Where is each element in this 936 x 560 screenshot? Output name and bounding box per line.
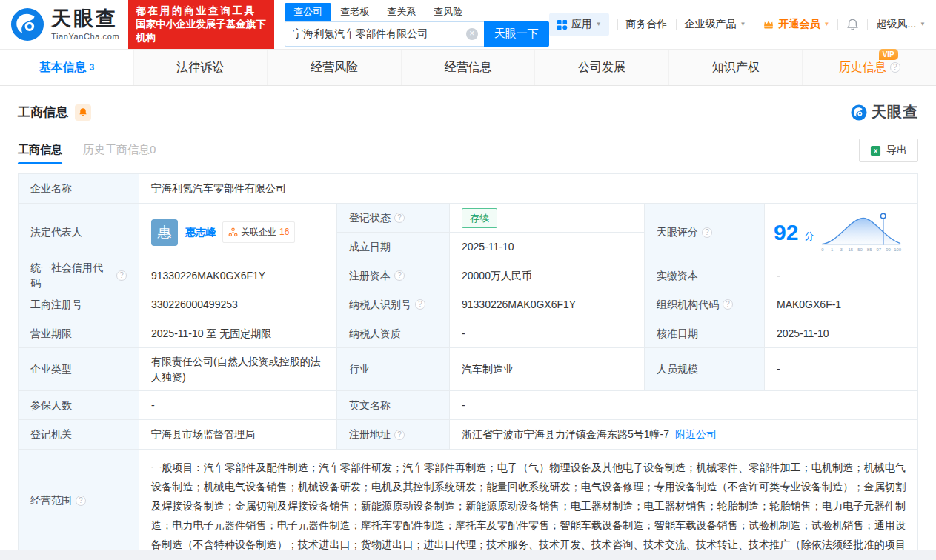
registration-status-value: 存续: [450, 204, 645, 233]
nav-super-risk-label: 超级风...: [876, 18, 916, 31]
field-label-taxpayer-quality: 纳税人资质: [337, 319, 450, 348]
label-text: 登记机关: [30, 427, 72, 442]
industry-text: 汽车制造业: [462, 361, 514, 377]
label-text: 经营范围: [30, 493, 72, 508]
tianyancha-watermark-icon: [851, 104, 867, 121]
company-name-value: 宁海利氪汽车零部件有限公司: [139, 174, 918, 204]
logo-title: 天眼查: [51, 9, 119, 29]
sub-tabs-row: 工商信息 历史工商信息0 X 导出: [18, 139, 918, 164]
industry-value: 汽车制造业: [450, 348, 645, 391]
tab-operation-risk[interactable]: 经营风险: [268, 50, 402, 85]
tianyancha-watermark: 天眼查: [851, 102, 918, 122]
score-axis-tick: 50: [858, 247, 863, 252]
related-companies-label: 关联企业: [241, 224, 276, 240]
label-text: 企业名称: [30, 181, 72, 196]
related-companies-count: 16: [279, 224, 289, 240]
field-label-company-type: 企业类型: [19, 348, 139, 391]
search-tab-boss[interactable]: 查老板: [331, 3, 378, 21]
tab-basic-info[interactable]: 基本信息 3: [0, 50, 134, 85]
nav-open-vip[interactable]: 开通会员 ▼: [763, 18, 829, 31]
label-text: 营业期限: [30, 326, 72, 341]
clear-search-icon[interactable]: ×: [466, 28, 478, 40]
field-label-industry: 行业: [337, 348, 450, 391]
help-icon[interactable]: ?: [702, 227, 712, 238]
label-text: 登记状态: [349, 210, 391, 226]
business-scope-value: 一般项目：汽车零部件及配件制造；汽车零部件研发；汽车零部件再制造；电子（气）物理…: [139, 450, 918, 550]
search-tabs: 查公司 查老板 查关系 查风险: [285, 3, 549, 21]
help-icon[interactable]: ?: [723, 299, 733, 310]
tab-history-info[interactable]: VIP 历史信息 ?: [803, 50, 936, 85]
tab-legal-proceedings[interactable]: 法律诉讼: [134, 50, 268, 85]
top-navigation: 应用 ▼ 商务合作 企业级产品 ▼ 开通会员 ▼: [549, 13, 926, 36]
nearby-companies-link[interactable]: 附近公司: [675, 427, 717, 442]
registered-capital-text: 20000万人民币: [462, 268, 532, 284]
tab-intellectual-property[interactable]: 知识产权: [669, 50, 803, 85]
search-input[interactable]: [285, 28, 460, 40]
subtab-business-info[interactable]: 工商信息: [18, 143, 62, 164]
nav-super-risk[interactable]: 超级风... ▼: [876, 18, 926, 31]
tianyan-score-cell: 92 分 0 1: [765, 204, 918, 261]
tab-operation-info[interactable]: 经营信息: [402, 50, 536, 85]
staff-size-text: -: [777, 361, 780, 377]
company-page-tabs: 基本信息 3 法律诉讼 经营风险 经营信息 公司发展 知识产权 VIP 历史信息…: [0, 49, 936, 86]
score-unit: 分: [804, 228, 814, 244]
help-icon[interactable]: ?: [116, 270, 127, 281]
search-tab-risk[interactable]: 查风险: [425, 3, 471, 21]
company-name-text: 宁海利氪汽车零部件有限公司: [151, 181, 286, 196]
tab-company-development[interactable]: 公司发展: [535, 50, 669, 85]
subscribe-alert-button[interactable]: [75, 104, 91, 121]
nav-divider: [754, 19, 754, 30]
tab-operation-label: 经营信息: [445, 60, 492, 76]
field-label-insured-count: 参保人数: [19, 391, 139, 420]
nav-apps[interactable]: 应用 ▼: [549, 13, 609, 36]
nav-cooperation[interactable]: 商务合作: [626, 18, 668, 31]
label-text: 成立日期: [349, 239, 391, 255]
site-header: 天眼查 TianYanCha.com 都在用的商业查询工具 国家中小企业发展子基…: [0, 0, 936, 49]
english-name-text: -: [462, 398, 465, 413]
help-icon[interactable]: ?: [415, 299, 425, 310]
export-button[interactable]: X 导出: [859, 139, 918, 162]
search-button[interactable]: 天眼一下: [484, 21, 549, 47]
label-text: 组织机构代码: [657, 297, 719, 313]
business-info-table: 企业名称 宁海利氪汽车零部件有限公司 法定代表人 惠 惠志峰: [18, 173, 918, 550]
help-icon[interactable]: ?: [890, 62, 900, 73]
label-text: 英文名称: [349, 398, 391, 413]
help-icon[interactable]: ?: [394, 270, 405, 281]
approval-date-value: 2025-11-10: [765, 319, 918, 348]
help-icon[interactable]: ?: [394, 430, 405, 440]
notifications-button[interactable]: [846, 19, 859, 31]
registration-authority-text: 宁海县市场监督管理局: [151, 427, 255, 442]
help-icon[interactable]: ?: [76, 496, 86, 506]
field-label-organization-code: 组织机构代码 ?: [645, 290, 765, 319]
nav-divider: [867, 19, 868, 30]
label-text: 纳税人识别号: [349, 297, 411, 313]
legal-representative-link[interactable]: 惠志峰: [185, 224, 216, 240]
credit-code-value: 91330226MAK0GX6F1Y: [139, 261, 337, 290]
label-text: 注册资本: [349, 268, 391, 284]
taxpayer-quality-value: -: [450, 319, 645, 348]
staff-size-value: -: [765, 348, 918, 391]
search-tab-company[interactable]: 查公司: [285, 3, 331, 21]
brand-slogan: 都在用的商业查询工具 国家中小企业发展子基金旗下机构: [128, 0, 274, 49]
chevron-down-icon: ▼: [823, 21, 829, 27]
tianyancha-logo[interactable]: 天眼查 TianYanCha.com: [10, 7, 119, 41]
status-badge: 存续: [462, 208, 497, 228]
score-axis-tick: 97: [877, 247, 882, 252]
label-text: 企业类型: [30, 361, 72, 377]
english-name-value: -: [450, 391, 918, 420]
watermark-text: 天眼查: [872, 102, 918, 122]
paid-capital-text: -: [777, 268, 780, 284]
organization-code-value: MAK0GX6F-1: [765, 290, 918, 319]
business-term-value: 2025-11-10 至 无固定期限: [139, 319, 337, 348]
label-text: 注册地址: [349, 427, 391, 442]
help-icon[interactable]: ?: [394, 213, 405, 223]
label-text: 统一社会信用代码: [30, 260, 113, 291]
subtab-history-business-info[interactable]: 历史工商信息0: [83, 143, 156, 164]
nav-apps-label: 应用: [571, 18, 592, 31]
search-tab-relation[interactable]: 查关系: [378, 3, 425, 21]
nav-enterprise-products[interactable]: 企业级产品 ▼: [685, 18, 746, 31]
related-companies-badge[interactable]: 关联企业 16: [222, 221, 295, 243]
company-type-value: 有限责任公司(自然人投资或控股的法人独资): [139, 348, 337, 391]
avatar[interactable]: 惠: [151, 219, 178, 246]
bell-icon: [79, 107, 87, 117]
